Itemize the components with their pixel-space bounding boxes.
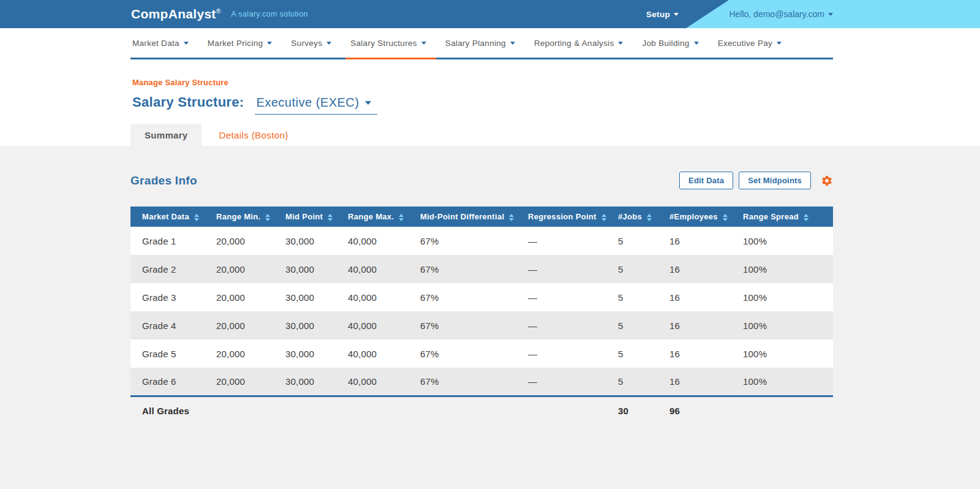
cell-employees: 16 xyxy=(658,255,731,283)
chevron-down-icon xyxy=(828,13,833,16)
cell-midpoint-differential: 67% xyxy=(409,368,516,396)
tab-details-boston[interactable]: Details (Boston) xyxy=(210,124,296,146)
structure-dropdown[interactable]: Executive (EXEC) xyxy=(255,96,377,115)
cell-market-data: Grade 4 xyxy=(130,311,205,339)
column-label: Range Max. xyxy=(348,212,394,221)
column-label: Market Data xyxy=(142,212,189,221)
cell-market-data: Grade 1 xyxy=(130,227,205,255)
grades-tbody: Grade 1 20,000 30,000 40,000 67% — 5 16 … xyxy=(130,227,833,396)
edit-data-button[interactable]: Edit Data xyxy=(679,172,733,189)
cell-range-min: 20,000 xyxy=(205,311,274,339)
section-title: Grades Info xyxy=(130,174,679,188)
cell-mid-point: 30,000 xyxy=(274,339,336,368)
column-label: #Employees xyxy=(669,212,718,221)
nav-item-label: Salary Structures xyxy=(350,39,417,48)
sort-icon xyxy=(328,214,333,221)
cell-range-spread: 100% xyxy=(731,227,833,255)
column-header-range-spread[interactable]: Range Spread xyxy=(731,207,833,227)
nav-item-label: Job Building xyxy=(642,39,689,48)
cell-mid-point: 30,000 xyxy=(274,227,336,255)
cell-market-data: Grade 2 xyxy=(130,255,205,283)
cell-midpoint-differential: 67% xyxy=(409,255,516,283)
cell-jobs: 5 xyxy=(606,368,658,396)
nav-item-salary-planning[interactable]: Salary Planning xyxy=(445,28,515,58)
nav-item-job-building[interactable]: Job Building xyxy=(642,28,698,58)
nav-item-label: Reporting & Analysis xyxy=(534,39,614,48)
chevron-down-icon xyxy=(674,13,679,16)
user-menu[interactable]: Hello, demo@salary.com xyxy=(729,0,833,28)
column-header-midpoint-differential[interactable]: Mid-Point Differential xyxy=(409,207,516,227)
cell-range-min: 20,000 xyxy=(205,368,274,396)
setup-menu[interactable]: Setup xyxy=(646,0,679,28)
column-header-jobs[interactable]: #Jobs xyxy=(606,207,658,227)
table-row: Grade 3 20,000 30,000 40,000 67% — 5 16 … xyxy=(130,283,833,311)
companalyst-logo[interactable]: CompAnalyst® xyxy=(131,7,221,21)
chevron-down-icon xyxy=(694,42,699,45)
tab-summary[interactable]: Summary xyxy=(130,124,202,146)
logo-text: CompAnalyst xyxy=(131,7,216,21)
setup-label: Setup xyxy=(646,10,670,19)
cell-range-min: 20,000 xyxy=(205,283,274,311)
cell-employees: 16 xyxy=(658,368,731,396)
breadcrumb: Manage Salary Structure xyxy=(132,78,980,87)
cell-midpoint-differential: 67% xyxy=(409,339,516,368)
page-title: Salary Structure: xyxy=(132,94,244,110)
chevron-down-icon xyxy=(326,42,331,45)
sort-icon xyxy=(723,214,728,221)
table-row: Grade 2 20,000 30,000 40,000 67% — 5 16 … xyxy=(130,255,833,283)
nav-item-label: Executive Pay xyxy=(718,39,772,48)
nav-item-label: Salary Planning xyxy=(445,39,506,48)
cell-midpoint-differential: 67% xyxy=(409,227,516,255)
cell-range-max: 40,000 xyxy=(336,311,409,339)
totals-employees: 96 xyxy=(658,396,731,425)
chevron-down-icon xyxy=(365,101,371,105)
cell-market-data: Grade 6 xyxy=(130,368,205,396)
cell-employees: 16 xyxy=(658,283,731,311)
column-header-market-data[interactable]: Market Data xyxy=(130,207,205,227)
column-header-range-max[interactable]: Range Max. xyxy=(336,207,409,227)
nav-item-market-pricing[interactable]: Market Pricing xyxy=(208,28,272,58)
sort-icon xyxy=(509,214,514,221)
column-header-employees[interactable]: #Employees xyxy=(658,207,731,227)
chevron-down-icon xyxy=(618,42,623,45)
set-midpoints-button[interactable]: Set Midpoints xyxy=(739,172,811,189)
totals-row: All Grades 30 96 xyxy=(130,396,833,425)
totals-label: All Grades xyxy=(130,396,205,425)
nav-item-executive-pay[interactable]: Executive Pay xyxy=(718,28,782,58)
column-header-range-min[interactable]: Range Min. xyxy=(205,207,274,227)
cell-range-max: 40,000 xyxy=(336,227,409,255)
table-row: Grade 4 20,000 30,000 40,000 67% — 5 16 … xyxy=(130,311,833,339)
column-label: Range Spread xyxy=(743,212,799,221)
cell-jobs: 5 xyxy=(606,227,658,255)
chevron-down-icon xyxy=(421,42,426,45)
nav-item-reporting-analysis[interactable]: Reporting & Analysis xyxy=(534,28,624,58)
nav-item-label: Market Pricing xyxy=(208,39,263,48)
main-navigation: Market Data Market Pricing Surveys Salar… xyxy=(0,28,980,59)
column-header-mid-point[interactable]: Mid Point xyxy=(274,207,336,227)
nav-item-label: Market Data xyxy=(132,39,179,48)
sort-icon xyxy=(601,214,606,221)
column-label: Range Min. xyxy=(216,212,260,221)
nav-item-salary-structures[interactable]: Salary Structures xyxy=(350,28,426,58)
cell-range-spread: 100% xyxy=(731,255,833,283)
grades-table: Market Data Range Min. Mid Point Range M… xyxy=(130,207,833,425)
gear-icon[interactable] xyxy=(821,175,833,187)
column-header-regression-point[interactable]: Regression Point xyxy=(516,207,606,227)
cell-range-spread: 100% xyxy=(731,311,833,339)
cell-mid-point: 30,000 xyxy=(274,368,336,396)
cell-jobs: 5 xyxy=(606,339,658,368)
tab-bar: Summary Details (Boston) xyxy=(130,124,297,146)
nav-item-market-data[interactable]: Market Data xyxy=(132,28,189,58)
user-greeting-label: Hello, demo@salary.com xyxy=(729,9,824,19)
chevron-down-icon xyxy=(267,42,272,45)
cell-regression-point: — xyxy=(516,283,606,311)
cell-jobs: 5 xyxy=(606,311,658,339)
sort-icon xyxy=(804,214,809,221)
cell-market-data: Grade 5 xyxy=(130,339,205,368)
page-header: Manage Salary Structure Salary Structure… xyxy=(0,59,980,146)
content-area: Grades Info Edit Data Set Midpoints Mark… xyxy=(0,146,980,489)
nav-item-surveys[interactable]: Surveys xyxy=(291,28,331,58)
chevron-down-icon xyxy=(510,42,515,45)
brand: CompAnalyst® A salary.com solution xyxy=(131,0,308,28)
top-header-bar: CompAnalyst® A salary.com solution Setup… xyxy=(0,0,980,28)
